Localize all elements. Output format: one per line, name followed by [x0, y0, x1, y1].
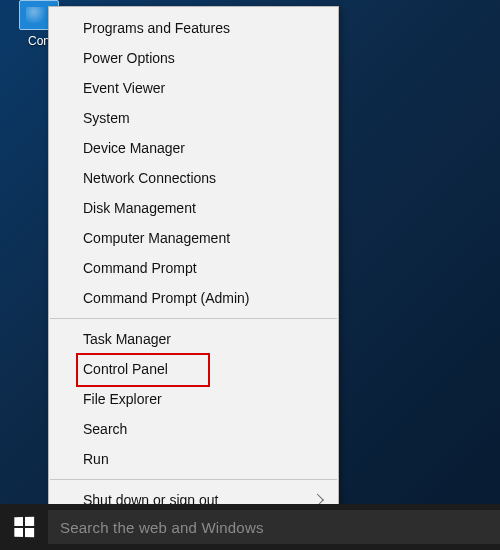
menu-item-file-explorer[interactable]: File Explorer [49, 384, 338, 414]
menu-item-task-manager[interactable]: Task Manager [49, 324, 338, 354]
menu-item-label: Control Panel [83, 361, 168, 377]
menu-item-label: Device Manager [83, 140, 185, 156]
menu-item-label: Run [83, 451, 109, 467]
menu-item-programs-features[interactable]: Programs and Features [49, 13, 338, 43]
menu-item-label: Disk Management [83, 200, 196, 216]
menu-item-search[interactable]: Search [49, 414, 338, 444]
menu-item-label: Computer Management [83, 230, 230, 246]
menu-item-label: File Explorer [83, 391, 162, 407]
menu-item-command-prompt-admin[interactable]: Command Prompt (Admin) [49, 283, 338, 313]
menu-separator [50, 318, 337, 319]
menu-item-label: Power Options [83, 50, 175, 66]
menu-item-label: Command Prompt [83, 260, 197, 276]
start-button[interactable] [0, 504, 48, 550]
menu-separator [50, 479, 337, 480]
windows-logo-icon [14, 517, 34, 537]
menu-item-label: Task Manager [83, 331, 171, 347]
menu-item-run[interactable]: Run [49, 444, 338, 474]
menu-item-label: Search [83, 421, 127, 437]
menu-item-event-viewer[interactable]: Event Viewer [49, 73, 338, 103]
menu-item-command-prompt[interactable]: Command Prompt [49, 253, 338, 283]
taskbar: Search the web and Windows [0, 504, 500, 550]
menu-item-computer-management[interactable]: Computer Management [49, 223, 338, 253]
winx-context-menu: Programs and FeaturesPower OptionsEvent … [48, 6, 339, 550]
menu-item-label: System [83, 110, 130, 126]
menu-item-network-connections[interactable]: Network Connections [49, 163, 338, 193]
menu-item-label: Command Prompt (Admin) [83, 290, 250, 306]
menu-item-power-options[interactable]: Power Options [49, 43, 338, 73]
menu-item-device-manager[interactable]: Device Manager [49, 133, 338, 163]
taskbar-search-box[interactable]: Search the web and Windows [48, 510, 500, 544]
menu-item-system[interactable]: System [49, 103, 338, 133]
menu-item-label: Programs and Features [83, 20, 230, 36]
menu-item-disk-management[interactable]: Disk Management [49, 193, 338, 223]
menu-item-control-panel[interactable]: Control Panel [49, 354, 338, 384]
menu-item-label: Network Connections [83, 170, 216, 186]
menu-item-label: Event Viewer [83, 80, 165, 96]
taskbar-search-placeholder: Search the web and Windows [60, 519, 264, 536]
